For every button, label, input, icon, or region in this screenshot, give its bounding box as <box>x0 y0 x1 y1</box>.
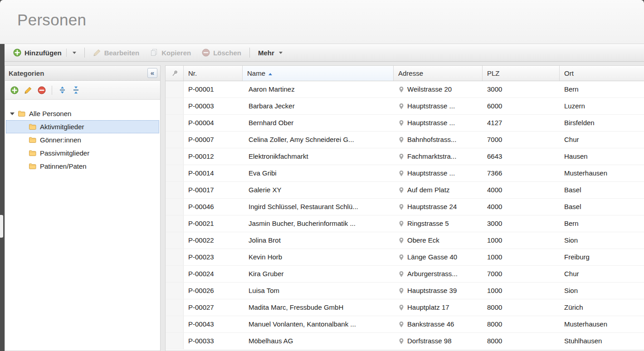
cell-plz: 7000 <box>483 132 560 148</box>
cell-ort: Chur <box>560 266 644 282</box>
main-toolbar: Hinzufügen Bearbeiten Kopie <box>5 44 644 62</box>
column-header-ort[interactable]: Ort <box>560 66 644 81</box>
grid-header: Nr. Name Adresse PLZ Ort <box>166 66 644 81</box>
edit-pencil-icon <box>24 86 32 94</box>
cell-nr: P-00027 <box>184 299 243 316</box>
add-dropdown-caret[interactable] <box>73 52 76 54</box>
cell-plz: 1000 <box>483 232 560 249</box>
map-pin-icon <box>398 120 405 127</box>
table-row[interactable]: P-00023 Kevin Horb Länge Gasse 40 <box>166 249 644 266</box>
categories-title: Kategorien <box>9 69 44 77</box>
table-row[interactable]: P-00012 Elektronikfachmarkt Fachmarktstr… <box>166 148 644 165</box>
row-pin-cell <box>166 115 184 131</box>
tree-item[interactable]: Gönner:innen <box>6 133 159 146</box>
category-edit-button[interactable] <box>22 84 34 96</box>
address-text: Weilstrasse 20 <box>407 81 452 98</box>
table-row[interactable]: P-00022 Jolina Brot Obere Eck 1000 <box>166 232 644 249</box>
folder-icon <box>29 163 36 169</box>
cell-ort: Basel <box>560 199 644 215</box>
copy-icon <box>150 49 158 57</box>
table-row[interactable]: P-00014 Eva Gribi Hauptstrasse ... <box>166 165 644 182</box>
table-row[interactable]: P-00004 Bernhard Ober Hauptstrasse ... <box>166 115 644 132</box>
tree-item-root[interactable]: Alle Personen <box>6 107 159 120</box>
sort-asc-icon <box>268 73 272 75</box>
edit-button[interactable]: Bearbeiten <box>89 47 144 58</box>
expand-all-button[interactable] <box>56 84 68 96</box>
cell-plz: 8000 <box>483 316 560 332</box>
more-button[interactable]: Mehr <box>254 47 287 58</box>
table-row[interactable]: P-00007 Celina Zoller, Amy Schneiderei G… <box>166 132 644 148</box>
splitter[interactable] <box>161 65 165 351</box>
content-region: Kategorien « <box>5 62 644 351</box>
collapse-all-button[interactable] <box>70 84 82 96</box>
delete-icon <box>202 49 210 57</box>
tree-item[interactable]: Patinnen/Paten <box>6 160 159 173</box>
cell-adresse: Weilstrasse 20 <box>394 81 483 98</box>
cell-ort: Bern <box>560 215 644 232</box>
folder-icon <box>18 111 25 117</box>
map-pin-icon <box>398 136 405 143</box>
address-text: Obere Eck <box>407 232 439 249</box>
cell-nr: P-00043 <box>184 316 243 332</box>
expand-all-icon <box>59 86 66 94</box>
copy-button[interactable]: Kopieren <box>146 47 195 58</box>
edge-grip[interactable] <box>0 215 3 238</box>
cell-adresse: Bankstrasse 46 <box>394 316 483 332</box>
address-text: Bahnhofstrass... <box>407 132 456 148</box>
table-row[interactable]: P-00003 Barbara Jecker Hauptstrasse ... <box>166 98 644 115</box>
category-tree: Alle Personen Aktivmitglieder <box>5 100 160 173</box>
cell-name: Celina Zoller, Amy Schneiderei G... <box>243 132 394 148</box>
category-add-button[interactable] <box>9 84 20 96</box>
more-button-label: Mehr <box>258 49 274 57</box>
table-row[interactable]: P-00033 Möbelhaus AG Dorfstrasse 98 <box>166 333 644 350</box>
cell-nr: P-00014 <box>184 165 243 181</box>
table-row[interactable]: P-00001 Aaron Martinez Weilstrasse 20 <box>166 81 644 98</box>
tree-item[interactable]: Passivmitglieder <box>6 146 159 160</box>
cell-name: Jolina Brot <box>243 232 394 249</box>
toolbar-separator <box>52 86 52 95</box>
column-header-plz[interactable]: PLZ <box>483 66 560 81</box>
row-pin-cell <box>166 132 184 148</box>
column-header-adresse[interactable]: Adresse <box>394 66 483 81</box>
column-header-name[interactable]: Name <box>243 66 394 81</box>
folder-icon <box>29 137 36 143</box>
tree-children: Aktivmitglieder Gönner:innen <box>5 120 160 173</box>
table-row[interactable]: P-00027 Madita Marc, Fressbude GmbH Haup… <box>166 299 644 316</box>
column-header-name-label: Name <box>247 69 265 77</box>
row-pin-cell <box>166 266 184 282</box>
cell-ort: Hausen <box>560 148 644 165</box>
cell-adresse: Auf dem Platz <box>394 182 483 198</box>
cell-nr: P-00046 <box>184 199 243 215</box>
cell-nr: P-00033 <box>184 333 243 349</box>
column-header-nr[interactable]: Nr. <box>184 66 243 81</box>
column-header-pin[interactable] <box>166 66 184 81</box>
row-pin-cell <box>166 165 184 181</box>
table-row[interactable]: P-00043 Manuel Vonlanten, Kantonalbank .… <box>166 316 644 333</box>
address-text: Hauptstrasse 24 <box>407 199 457 215</box>
table-row[interactable]: P-00017 Galerie XY Auf dem Platz 4 <box>166 182 644 199</box>
add-button[interactable]: Hinzufügen <box>9 47 80 58</box>
row-pin-cell <box>166 232 184 249</box>
cell-name: Galerie XY <box>243 182 394 198</box>
address-text: Bankstrasse 46 <box>407 316 454 332</box>
table-row[interactable]: P-00026 Luisa Tom Hauptstrasse 39 <box>166 283 644 299</box>
category-delete-button[interactable] <box>36 84 48 96</box>
cell-ort: Chur <box>560 132 644 148</box>
table-row[interactable]: P-00024 Kira Gruber Arburgerstrass... <box>166 266 644 283</box>
cell-nr: P-00003 <box>184 98 243 114</box>
address-text: Hauptplatz 17 <box>407 299 449 316</box>
row-pin-cell <box>166 283 184 299</box>
cell-ort: Musterhausen <box>560 165 644 181</box>
table-row[interactable]: P-00021 Jasmin Bucher, Bucherinformatik … <box>166 215 644 232</box>
delete-button[interactable]: Löschen <box>198 47 245 58</box>
panel-collapse-button[interactable]: « <box>147 68 157 78</box>
table-row[interactable]: P-00046 Ingird Schlüssel, Restaurant Sch… <box>166 199 644 215</box>
tree-expander-icon[interactable] <box>10 112 15 115</box>
cell-name: Barbara Jecker <box>243 98 394 114</box>
tree-item[interactable]: Aktivmitglieder <box>6 120 159 133</box>
edit-pencil-icon <box>93 49 101 57</box>
cell-adresse: Ringstrasse 5 <box>394 215 483 232</box>
cell-name: Elektronikfachmarkt <box>243 148 394 165</box>
row-pin-cell <box>166 148 184 165</box>
map-pin-icon <box>398 321 405 328</box>
